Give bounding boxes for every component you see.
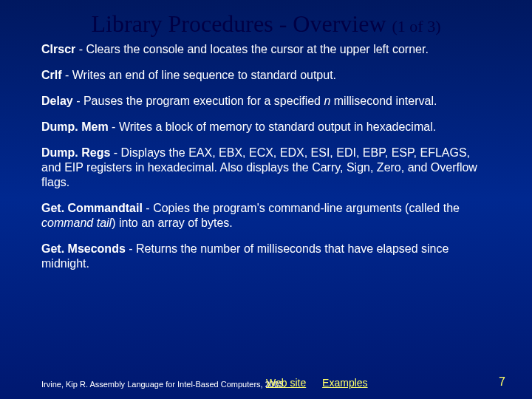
- content-area: Clrscr - Clears the console and locates …: [0, 42, 532, 271]
- proc-entry: Get. Commandtail - Copies the program's …: [41, 201, 491, 231]
- proc-entry: Crlf - Writes an end of line sequence to…: [41, 68, 491, 83]
- title-main: Library Procedures - Overview: [92, 10, 386, 37]
- proc-desc: Writes a block of memory to standard out…: [119, 120, 436, 133]
- proc-name: Clrscr: [41, 43, 75, 55]
- page-number: 7: [499, 375, 505, 389]
- footer-links: Web site Examples: [266, 377, 381, 389]
- proc-entry: Dump. Regs - Displays the EAX, EBX, ECX,…: [41, 146, 491, 190]
- proc-desc: Copies the program's command-line argume…: [153, 202, 460, 214]
- proc-desc: Pauses the program execution for a speci…: [83, 95, 324, 107]
- proc-desc: Writes an end of line sequence to standa…: [72, 69, 336, 81]
- proc-name: Get. Mseconds: [41, 242, 126, 255]
- proc-entry: Get. Mseconds - Returns the number of mi…: [41, 242, 491, 271]
- proc-entry: Clrscr - Clears the console and locates …: [41, 42, 491, 57]
- proc-name: Dump. Regs: [41, 146, 110, 159]
- proc-desc: Clears the console and locates the curso…: [86, 43, 428, 55]
- proc-name: Crlf: [41, 69, 62, 81]
- proc-entry: Dump. Mem - Writes a block of memory to …: [41, 120, 491, 134]
- proc-name: Delay: [41, 95, 73, 107]
- title-sub: (1 of 3): [392, 17, 440, 35]
- proc-name: Dump. Mem: [41, 120, 109, 133]
- proc-italic: command tail: [41, 216, 112, 229]
- slide-title: Library Procedures - Overview (1 of 3): [0, 0, 532, 42]
- proc-name: Get. Commandtail: [41, 202, 143, 214]
- proc-italic: n: [324, 95, 330, 107]
- proc-entry: Delay - Pauses the program execution for…: [41, 94, 491, 109]
- examples-link[interactable]: Examples: [322, 377, 367, 389]
- footer-citation: Irvine, Kip R. Assembly Language for Int…: [41, 380, 285, 389]
- website-link[interactable]: Web site: [266, 377, 306, 389]
